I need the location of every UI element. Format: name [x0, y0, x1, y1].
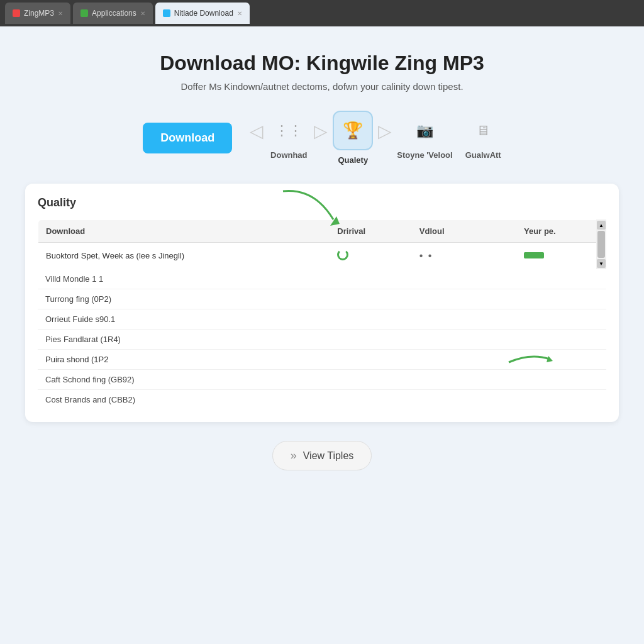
tab-download[interactable]: Nitiade Download ✕	[155, 3, 250, 24]
table-cell-bar	[516, 243, 606, 269]
nav-steps: Download ◁ ⋮⋮ Downhad ▷ 🏆 Qualety ▷ 📷 St…	[19, 111, 625, 165]
th-empty	[488, 220, 517, 243]
tab-applications-close[interactable]: ✕	[140, 10, 145, 17]
step-stoyndvelool-box: 📷	[410, 116, 440, 145]
table-cell-spinner	[330, 243, 411, 269]
list-item[interactable]: Cost Brands and (CBB2)	[38, 390, 606, 409]
table-cell-name: Buoktord Spet, Week as (lee s Jinegll)	[38, 243, 330, 269]
step-qualety-box: 🏆	[333, 111, 373, 150]
page-subtitle: Doffer Ms Kindown/autnet dectoms, dofwn …	[19, 81, 625, 92]
step-gualwatt-label: GualwAtt	[465, 150, 501, 160]
view-btn-label: View Tiples	[303, 450, 354, 462]
list-item[interactable]: Turrong fing (0P2)	[38, 289, 606, 309]
view-btn-container: » View Tiples	[19, 441, 625, 470]
tab-zingmp3-close[interactable]: ✕	[58, 10, 63, 17]
tab-download-close[interactable]: ✕	[237, 10, 242, 17]
tab-applications-icon	[80, 9, 88, 17]
page-title: Download MO: Kingwile Zing MP3	[19, 52, 625, 75]
th-yeurpe: Yeur pe.	[516, 220, 606, 243]
list-item[interactable]: Caft Schond fing (GB92)	[38, 370, 606, 390]
main-content: Download MO: Kingwile Zing MP3 Doffer Ms…	[0, 26, 644, 644]
step-stoyndvelool[interactable]: 📷 Stoyne 'Velool	[397, 116, 452, 160]
browser-chrome: ZingMP3 ✕ Appliccations ✕ Nitiade Downlo…	[0, 0, 644, 26]
tab-zingmp3-icon	[13, 9, 20, 17]
list-item-highlighted-label: Puira shond (1P2	[45, 355, 108, 364]
svg-marker-1	[547, 356, 553, 362]
scrollbar-up-button[interactable]: ▲	[597, 221, 606, 230]
trophy-icon: 🏆	[343, 121, 363, 140]
video-icon: 📷	[416, 123, 433, 139]
quality-panel: Quality Download Dririval Vdloul	[25, 184, 619, 422]
screen-icon: 🖥	[476, 123, 490, 139]
step-gualwatt[interactable]: 🖥 GualwAtt	[465, 116, 501, 160]
tab-download-label: Nitiade Download	[174, 9, 233, 18]
view-btn-icon: »	[291, 449, 297, 462]
scrollbar-thumb[interactable]	[597, 231, 605, 258]
scrollbar-down-button[interactable]: ▼	[597, 259, 606, 268]
table-cell-empty	[488, 243, 517, 269]
tab-applications[interactable]: Appliccations ✕	[73, 3, 153, 24]
table-row: Buoktord Spet, Week as (lee s Jinegll) •…	[38, 243, 606, 269]
share-icon: ⋮⋮	[275, 123, 303, 139]
page-header: Download MO: Kingwile Zing MP3 Doffer Ms…	[19, 52, 625, 92]
list-item[interactable]: Orrieut Fuide s90.1	[38, 309, 606, 330]
list-item-highlighted[interactable]: Puira shond (1P2	[38, 350, 606, 370]
arrow-right-2: ▷	[378, 123, 392, 140]
view-tiples-button[interactable]: » View Tiples	[272, 441, 372, 470]
step-qualety-label: Qualety	[338, 155, 368, 165]
tab-download-icon	[163, 9, 170, 17]
tab-zingmp3[interactable]: ZingMP3 ✕	[5, 3, 70, 24]
step-downhad-box: ⋮⋮	[269, 116, 309, 145]
loading-spinner	[337, 249, 348, 260]
green-arrow-mid-svg	[506, 350, 556, 369]
green-bar-indicator	[524, 252, 544, 258]
quality-list: Villd Mondle 1 1 Turrong fing (0P2) Orri…	[38, 269, 606, 409]
download-button[interactable]: Download	[143, 123, 232, 153]
table-wrapper-outer: Download Dririval Vdloul Yeur pe. Buokto…	[38, 219, 606, 409]
arrow-right-1: ▷	[314, 123, 328, 140]
scrollbar-track[interactable]: ▲ ▼	[596, 219, 606, 269]
th-vdloul: Vdloul	[412, 220, 488, 243]
tab-applications-label: Appliccations	[92, 9, 136, 18]
dots-indicator: • •	[419, 250, 433, 261]
step-downhad[interactable]: ⋮⋮ Downhad	[269, 116, 309, 160]
step-stoyndvelool-label: Stoyne 'Velool	[397, 150, 452, 160]
step-gualwatt-box: 🖥	[470, 116, 496, 145]
tab-zingmp3-label: ZingMP3	[24, 9, 54, 18]
list-item[interactable]: Villd Mondle 1 1	[38, 269, 606, 289]
list-item[interactable]: Pies Fandlarat (1R4)	[38, 330, 606, 350]
step-downhad-label: Downhad	[270, 150, 308, 160]
step-qualety[interactable]: 🏆 Qualety	[333, 111, 373, 165]
table-cell-dots: • •	[412, 243, 488, 269]
green-arrow-top-svg	[277, 185, 352, 229]
arrow-left-1: ◁	[250, 123, 264, 140]
